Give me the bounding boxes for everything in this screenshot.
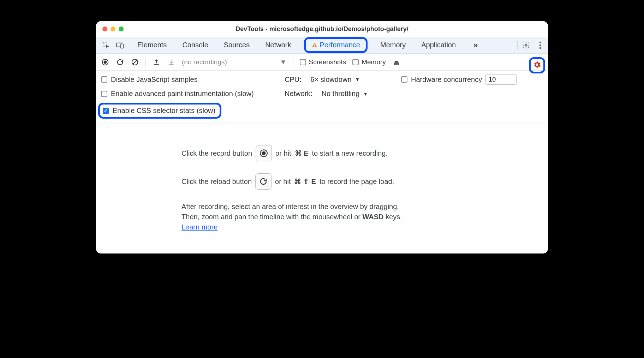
network-throttling-dropdown[interactable]: Network: No throttling ▼ [285,90,398,98]
download-icon[interactable] [167,58,175,66]
devtools-tabbar: Elements Console Sources Network Perform… [96,37,548,54]
hardware-concurrency-input[interactable] [485,74,517,85]
reload-instruction: Click the reload button or hit ⌘ ⇧ E to … [181,173,541,190]
record-button-inline[interactable] [256,145,272,161]
hardware-concurrency-group: Hardware concurrency [401,74,543,85]
window-title: DevTools - microsoftedge.github.io/Demos… [96,25,548,33]
checkbox-icon [101,76,107,83]
checkbox-icon [300,59,306,65]
more-tabs-button[interactable]: » [471,39,481,51]
kebab-menu-icon[interactable] [536,41,544,49]
tabbar-right [517,41,544,49]
capture-options: Disable JavaScript samples CPU: 6× slowd… [96,71,548,124]
after-recording-text: After recording, select an area of inter… [181,202,541,232]
upload-icon[interactable] [152,58,161,66]
divider [293,58,293,67]
tab-strip: Elements Console Sources Network Perform… [135,37,517,53]
advanced-paint-checkbox[interactable]: Enable advanced paint instrumentation (s… [101,90,281,98]
checkbox-icon [101,91,107,97]
device-toolbar-icon[interactable] [116,41,124,49]
caret-down-icon: ▼ [363,91,368,97]
svg-point-8 [539,47,541,49]
close-window-button[interactable] [102,26,107,31]
cpu-throttling-dropdown[interactable]: CPU: 6× slowdown ▼ [285,76,398,84]
performance-toolbar: (no recordings) ▼ Screenshots Memory [96,54,548,71]
clear-button[interactable] [131,58,139,66]
record-button[interactable] [101,58,109,66]
settings-gear-icon[interactable] [522,41,530,49]
svg-point-10 [103,60,107,64]
checkbox-icon [401,76,407,83]
shortcut-record: ⌘ E [295,148,309,159]
inspect-element-icon[interactable] [102,41,110,49]
inspect-tools [100,41,128,49]
tab-application[interactable]: Application [418,40,459,50]
window-controls [102,26,124,31]
svg-point-6 [539,41,541,43]
screenshots-checkbox[interactable]: Screenshots [300,58,346,66]
capture-settings-highlight [529,57,545,73]
reload-button-inline[interactable] [255,173,272,190]
svg-rect-2 [121,44,123,48]
maximize-window-button[interactable] [119,26,124,31]
divider [145,58,146,67]
disable-js-samples-checkbox[interactable]: Disable JavaScript samples [101,76,281,84]
performance-empty-state: Click the record button or hit ⌘ E to st… [96,124,548,253]
caret-down-icon: ▼ [280,58,287,66]
memory-checkbox[interactable]: Memory [352,58,386,66]
titlebar: DevTools - microsoftedge.github.io/Demos… [96,21,548,37]
garbage-collect-icon[interactable] [392,58,401,66]
svg-rect-3 [314,44,315,46]
recordings-dropdown[interactable]: (no recordings) ▼ [182,58,287,66]
record-instruction: Click the record button or hit ⌘ E to st… [181,145,541,161]
caret-down-icon: ▼ [355,77,360,82]
minimize-window-button[interactable] [111,26,115,31]
svg-point-7 [539,44,541,46]
css-selector-stats-checkbox[interactable]: Enable CSS selector stats (slow) [103,107,215,115]
css-selector-stats-highlight: Enable CSS selector stats (slow) [98,103,221,119]
reload-record-button[interactable] [116,58,124,66]
checkbox-icon [352,59,359,65]
tab-memory[interactable]: Memory [377,40,409,50]
tab-performance[interactable]: Performance [304,37,368,53]
tab-elements[interactable]: Elements [135,40,169,50]
hardware-concurrency-checkbox[interactable]: Hardware concurrency [401,76,482,84]
tab-network[interactable]: Network [262,40,294,50]
tab-sources[interactable]: Sources [221,40,252,50]
svg-point-5 [525,44,527,46]
capture-settings-gear-icon[interactable] [533,60,541,69]
svg-rect-4 [314,46,315,47]
learn-more-link[interactable]: Learn more [181,223,217,231]
checkbox-checked-icon [103,108,109,114]
svg-point-13 [262,151,266,155]
devtools-window: DevTools - microsoftedge.github.io/Demos… [96,21,548,253]
shortcut-reload: ⌘ ⇧ E [294,177,316,187]
tab-console[interactable]: Console [179,40,211,50]
warning-icon [311,42,318,48]
